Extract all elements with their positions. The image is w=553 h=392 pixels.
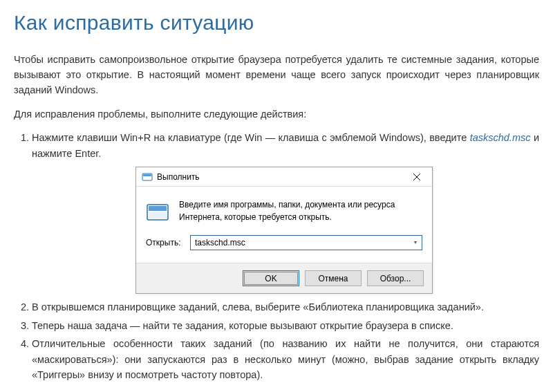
close-icon [413,174,420,180]
cancel-button[interactable]: Отмена [305,270,362,286]
input-row: Открыть: taskschd.msc ▾ [136,230,432,263]
browse-button[interactable]: Обзор... [367,270,424,286]
svg-rect-6 [149,212,167,218]
step-text: Нажмите клавиши Win+R на клавиатуре (где… [32,132,470,143]
dialog-body: Введите имя программы, папки, документа … [136,187,432,230]
steps-list: Нажмите клавиши Win+R на клавиатуре (где… [14,130,539,382]
list-item: Теперь наша задача — найти те задания, к… [32,318,539,333]
dialog-prompt: Введите имя программы, папки, документа … [179,199,422,224]
svg-rect-5 [149,206,167,211]
page-title: Как исправить ситуацию [14,7,539,39]
open-input-value: taskschd.msc [195,236,411,250]
svg-rect-1 [143,174,151,176]
run-body-icon [146,200,169,224]
run-dialog: Выполнить [135,167,433,294]
list-item: Отличительные особенности таких заданий … [32,336,539,382]
run-icon [142,171,153,183]
dialog-titlebar: Выполнить [136,167,432,187]
list-item: В открывшемся планировщике заданий, слев… [32,299,539,315]
dialog-title: Выполнить [157,171,402,184]
list-item: Нажмите клавиши Win+R на клавиатуре (где… [32,130,539,294]
lead-paragraph: Для исправления проблемы, выполните след… [14,106,539,122]
run-dialog-screenshot: Выполнить [135,167,433,294]
command-text: taskschd.msc [470,132,531,143]
open-label: Открыть: [146,236,183,250]
chevron-down-icon[interactable]: ▾ [411,239,420,247]
intro-paragraph: Чтобы исправить самопроизвольное открыти… [14,52,539,98]
open-combobox[interactable]: taskschd.msc ▾ [190,235,422,250]
close-button[interactable] [402,167,432,187]
button-row: OK Отмена Обзор... [136,263,432,293]
ok-button[interactable]: OK [243,270,299,286]
